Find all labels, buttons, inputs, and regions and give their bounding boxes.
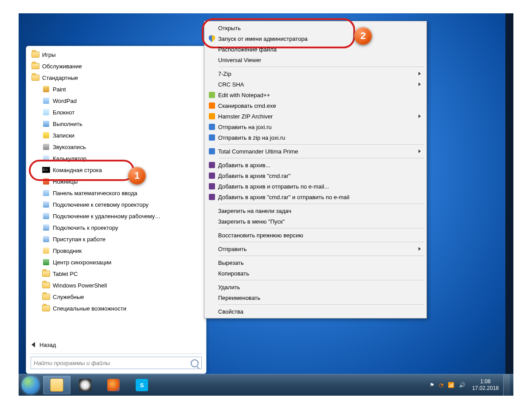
start-button[interactable] [19,374,43,396]
start-orb-icon [22,376,39,394]
context-menu-item[interactable]: Отправить в zip на joxi.ru [206,132,425,143]
start-item[interactable]: Подключить к проектору [42,222,204,233]
context-menu-item[interactable]: Добавить в архив "cmd.rar" [206,170,425,181]
context-menu-item[interactable]: Запуск от имени администратора [206,33,425,44]
context-menu-item[interactable]: Отправить [206,244,425,254]
context-menu-item[interactable]: Добавить в архив... [206,160,425,170]
taskbar-button-app-1[interactable] [71,376,99,394]
firefox-icon [107,379,120,391]
start-folder[interactable]: Windows PowerShell [42,279,204,291]
context-menu-separator [219,256,424,256]
start-folder[interactable]: Игры [31,49,204,60]
context-menu-item[interactable]: Добавить в архив и отправить по e-mail..… [206,181,425,192]
folder-icon [42,304,50,312]
back-row[interactable]: Назад [31,338,206,351]
context-menu-label: Добавить в архив... [218,162,421,169]
start-item[interactable]: Ножницы [42,176,204,187]
context-menu-item[interactable]: Добавить в архив "cmd.rar" и отправить п… [206,192,425,202]
start-folder[interactable]: Служебные [42,291,204,303]
start-folder[interactable]: Стандартные [31,72,204,83]
context-menu-item[interactable]: Удалить [206,282,425,292]
context-menu-item[interactable]: Свойства [206,306,425,317]
taskbar-button-skype[interactable]: S [128,376,156,394]
start-item[interactable]: Приступая к работе [42,233,204,245]
start-folder[interactable]: Специальные возможности [42,303,204,314]
show-desktop-button[interactable] [503,374,510,396]
run-icon [42,120,50,128]
start-item[interactable]: Звукозапись [42,141,204,153]
tray-network-icon[interactable]: 📶 [448,382,454,388]
rar-icon [206,181,218,192]
start-item-label: Ножницы [53,178,78,185]
submenu-arrow-icon [419,114,421,118]
context-menu-label: 7-Zip [218,71,419,77]
avast-icon [206,100,218,111]
context-menu-item[interactable]: CRC SHA [206,79,425,90]
context-menu-item[interactable]: Закрепить на панели задач [206,205,425,216]
tray-flag-icon[interactable]: ⚑ [430,382,434,388]
context-menu-item[interactable]: Total Commander Ultima Prime [206,146,425,157]
start-item-label: Калькулятор [53,155,86,162]
context-menu-label: Переименовать [218,295,421,301]
start-item[interactable]: Проводник [42,245,204,256]
context-menu-item[interactable]: Расположение файла [206,44,425,55]
context-menu-item[interactable]: Hamster ZIP Archiver [206,111,425,122]
skype-icon: S [136,379,148,391]
rar-icon [206,192,218,202]
rar-icon [206,170,218,181]
folder-icon [42,270,50,278]
start-item[interactable]: Paint [42,83,204,95]
start-item[interactable]: Подключение к удаленному рабочему… [42,210,204,222]
start-menu-separator [31,354,202,354]
context-menu-item[interactable]: Edit with Notepad++ [206,90,425,100]
context-menu-separator [219,67,424,67]
hamster-icon [206,111,218,122]
context-menu-label: Запуск от имени администратора [218,35,421,42]
right-edge-shadow [505,13,513,396]
taskbar-button-firefox[interactable] [100,376,127,394]
context-menu-item[interactable]: 7-Zip [206,68,425,79]
blank-icon [206,230,218,240]
folder-icon [31,51,39,59]
context-menu-item[interactable]: Закрепить в меню "Пуск" [206,216,425,227]
start-item[interactable]: Центр синхронизации [42,256,204,268]
context-menu-item[interactable]: Копировать [206,268,425,279]
tray-clock[interactable]: 1:08 17.02.2018 [472,378,499,392]
start-folder[interactable]: Обслуживание [31,60,204,72]
context-menu-label: Hamster ZIP Archiver [218,113,419,120]
search-input[interactable]: Найти программы и файлы [31,357,202,369]
context-menu-item[interactable]: Universal Viewer [206,55,425,65]
start-item-label: Подключение к сетевому проектору [53,201,149,208]
math-icon [42,189,50,197]
taskbar-button-explorer[interactable] [43,376,70,394]
context-menu-separator [219,242,424,242]
start-item-label: Записки [53,132,74,139]
shield-icon [206,33,218,44]
tray-avast-icon[interactable]: ◔ [439,382,443,388]
start-item[interactable]: WordPad [42,95,204,106]
start-item[interactable]: Блокнот [42,106,204,118]
submenu-arrow-icon [419,83,421,86]
start-folder[interactable]: Tablet PC [42,268,204,279]
start-item[interactable]: Записки [42,130,204,141]
context-menu-label: CRC SHA [218,81,419,88]
notepad-icon [42,108,50,116]
tray-volume-icon[interactable]: 🔊 [459,382,466,388]
blank-icon [206,44,218,55]
taskbar: S ⚑ ◔ 📶 🔊 1:08 17.02.2018 [19,374,513,396]
context-menu-item[interactable]: Сканировать cmd.exe [206,100,425,111]
start-item[interactable]: Калькулятор [42,153,204,164]
context-menu-item[interactable]: Переименовать [206,292,425,303]
context-menu-label: Добавить в архив "cmd.rar" и отправить п… [218,194,421,201]
context-menu-item[interactable]: Вырезать [206,257,425,268]
blank-icon [206,257,218,268]
context-menu-item[interactable]: Восстановить прежнюю версию [206,230,425,240]
context-menu-label: Total Commander Ultima Prime [218,148,419,155]
start-item[interactable]: Выполнить [42,118,204,130]
start-item-cmd[interactable]: C:\Командная строка [42,164,204,176]
blank-icon [206,205,218,216]
start-item[interactable]: Панель математического ввода [42,187,204,199]
context-menu-item[interactable]: Открыть [206,23,425,33]
context-menu-item[interactable]: Отправить на joxi.ru [206,122,425,132]
start-item[interactable]: Подключение к сетевому проектору [42,199,204,210]
